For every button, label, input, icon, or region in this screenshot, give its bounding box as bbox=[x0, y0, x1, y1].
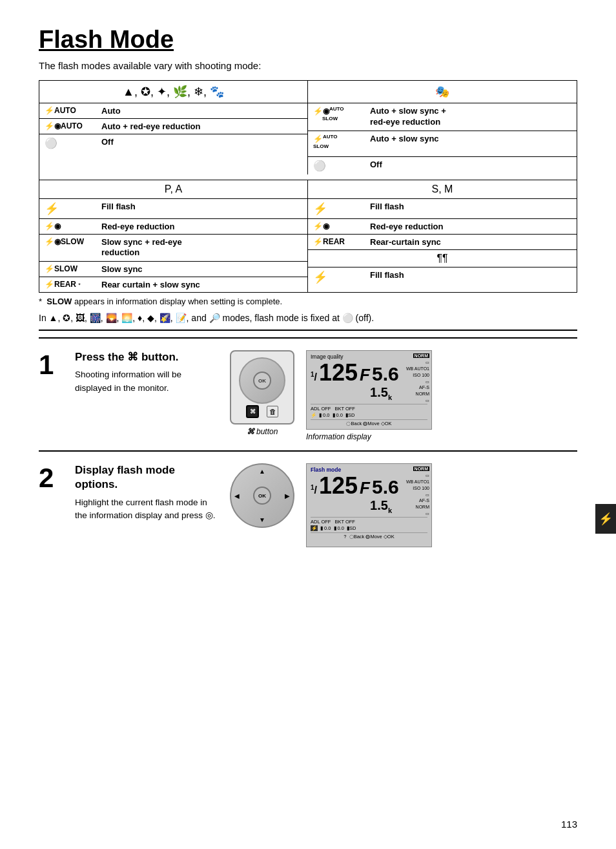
table-row: ⚡◉AUTOSLOW Auto + slow sync +red-eye red… bbox=[308, 103, 577, 131]
pa-header: P, A bbox=[39, 180, 308, 199]
page-title: Flash Mode bbox=[39, 26, 577, 54]
step-2: 2 Display flash mode options. Highlight … bbox=[39, 450, 577, 556]
step-1-camera: OK ⌘ 🗑 ⌘ button bbox=[230, 350, 294, 436]
step-2-desc: Highlight the current flash mode in the … bbox=[75, 496, 217, 523]
table-row: ¶¶ bbox=[308, 250, 577, 267]
intro-text: The flash modes available vary with shoo… bbox=[39, 60, 577, 71]
footnote: * SLOW appears in information display wh… bbox=[39, 297, 577, 306]
col2-header: 🎭 bbox=[308, 81, 577, 103]
step-1-info-screen: Image quality NORM ▭ WB AUTO1 ISO 100 ▭ … bbox=[306, 350, 432, 441]
table-row: ⚡ Fill flash bbox=[39, 199, 307, 219]
side-tab: ⚡ bbox=[595, 504, 616, 534]
step-1-button-caption: ⌘ button bbox=[247, 427, 278, 436]
step-2-number: 2 bbox=[39, 463, 62, 547]
page-number: 113 bbox=[561, 819, 577, 830]
table-row: ⚡ Fill flash bbox=[308, 267, 577, 287]
table-row: ⚡SLOW Slow sync bbox=[39, 262, 307, 277]
table-row: ⚪ Off bbox=[39, 134, 307, 152]
table-row: ⚡◉SLOW Slow sync + red-eyereduction bbox=[39, 235, 307, 262]
table-row: ⚡◉ Red-eye reduction bbox=[308, 219, 577, 235]
step-1-images: OK ⌘ 🗑 ⌘ button Image quality NORM bbox=[230, 350, 577, 441]
table-row: ⚪ Off bbox=[308, 157, 577, 174]
step-2-camera: ▲ ▼ ◀ ▶ OK bbox=[230, 463, 294, 528]
table-row: ⚡AUTO Auto bbox=[39, 103, 307, 119]
table-row: ⚡REAR Rear-curtain sync bbox=[308, 235, 577, 250]
step-1-screen-caption: Information display bbox=[306, 432, 371, 441]
step-1-desc: Shooting information will be displayed i… bbox=[75, 368, 217, 395]
table-row: ⚡◉ Red-eye reduction bbox=[39, 219, 307, 235]
col1-header: ▲, ✪, ✦, 🌿, ❄, 🐾 bbox=[39, 81, 308, 103]
table-row: ⚡ Fill flash bbox=[308, 199, 577, 219]
modes-line: In ▲, ✪, 🖼, 🎆, 🌄, 🌅, ♦, ◆, 🌠, 📝, and 🔎 m… bbox=[39, 313, 577, 323]
table-row: ⚡◉AUTO Auto + red-eye reduction bbox=[39, 119, 307, 134]
steps-container: 1 Press the ⌘ button. Shooting informati… bbox=[39, 337, 577, 556]
step-2-title: Display flash mode options. bbox=[75, 463, 217, 492]
step-1-number: 1 bbox=[39, 350, 62, 441]
sm-header: S, M bbox=[308, 180, 577, 199]
step-1: 1 Press the ⌘ button. Shooting informati… bbox=[39, 337, 577, 450]
step-2-images: ▲ ▼ ◀ ▶ OK Flash mode NORM ▭ WB AUTO1 IS… bbox=[230, 463, 577, 547]
table-row: ⚡REAR * Rear curtain + slow sync bbox=[39, 277, 307, 292]
step-1-content: Press the ⌘ button. Shooting information… bbox=[75, 350, 217, 441]
step-2-info-screen: Flash mode NORM ▭ WB AUTO1 ISO 100 ▭ AF-… bbox=[306, 463, 432, 547]
table-row: ⚡AUTOSLOW Auto + slow sync bbox=[308, 131, 577, 157]
step-1-title: Press the ⌘ button. bbox=[75, 350, 217, 364]
step-2-content: Display flash mode options. Highlight th… bbox=[75, 463, 217, 547]
